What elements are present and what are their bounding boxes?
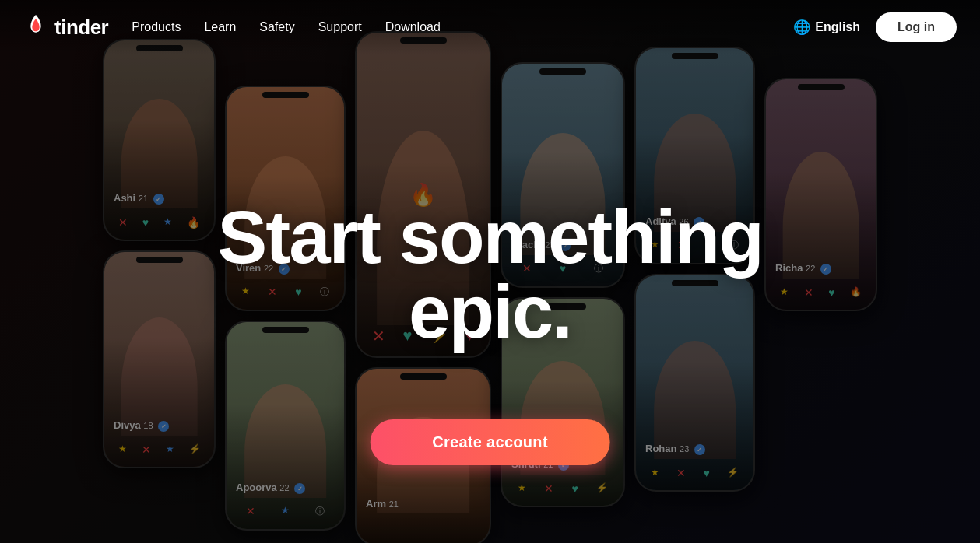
create-account-button[interactable]: Create account	[370, 419, 610, 465]
tinder-logo[interactable]: tinder	[23, 15, 108, 40]
nav-links: Products Learn Safety Support Download	[132, 20, 441, 34]
nav-item-products[interactable]: Products	[132, 20, 181, 34]
hero-title: Start something epic.	[179, 200, 802, 349]
flame-icon	[23, 15, 48, 40]
navbar: tinder Products Learn Safety Support Dow…	[0, 0, 980, 54]
nav-right: 🌐 English Log in	[793, 12, 957, 42]
hero-text-block: Start something epic.	[179, 200, 802, 349]
language-selector[interactable]: 🌐 English	[793, 19, 860, 36]
logo-text: tinder	[54, 16, 108, 40]
hero-title-line1: Start something	[217, 195, 763, 279]
nav-item-support[interactable]: Support	[318, 20, 362, 34]
login-button[interactable]: Log in	[876, 12, 957, 42]
hero-title-line2: epic.	[409, 270, 571, 353]
nav-item-safety[interactable]: Safety	[259, 20, 294, 34]
nav-item-learn[interactable]: Learn	[204, 20, 236, 34]
language-label: English	[815, 20, 860, 34]
nav-item-download[interactable]: Download	[385, 20, 441, 34]
cta-container: Create account	[370, 419, 610, 465]
globe-icon: 🌐	[793, 19, 810, 36]
